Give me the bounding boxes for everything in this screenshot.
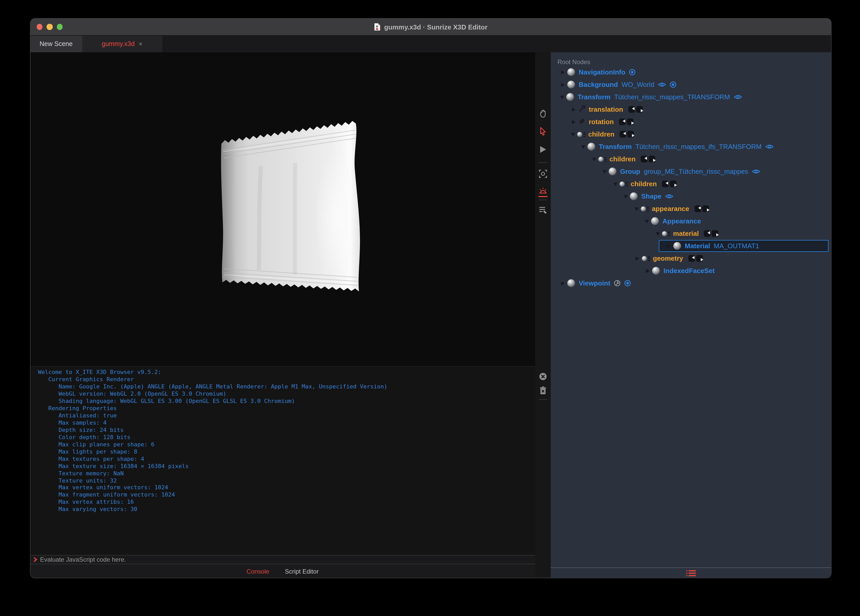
expander-icon[interactable]	[646, 269, 650, 273]
tree-row-material[interactable]: material	[551, 227, 831, 240]
route-in-icon[interactable]	[695, 205, 701, 212]
route-in-icon[interactable]	[619, 118, 626, 125]
node-type-label[interactable]: Appearance	[662, 217, 701, 225]
expander-icon[interactable]	[581, 145, 585, 149]
node-type-label[interactable]: children	[609, 155, 636, 163]
bound-target-icon[interactable]	[629, 69, 636, 75]
tab-gummy-x3d[interactable]: gummy.x3d ×	[82, 36, 162, 52]
console-input-row[interactable]: Evaluate JavaScript code here.	[30, 555, 535, 564]
node-type-label[interactable]: Transform	[578, 93, 610, 101]
tree-row-translation[interactable]: translation	[551, 103, 831, 116]
expander-icon[interactable]	[635, 256, 639, 261]
expander-icon[interactable]	[572, 107, 575, 112]
tree-row-appearance[interactable]: appearance	[551, 203, 831, 215]
bound-target-icon[interactable]	[670, 81, 676, 88]
node-type-label[interactable]: Transform	[599, 143, 632, 151]
node-type-label[interactable]: NavigationInfo	[579, 68, 626, 76]
node-def-name[interactable]: WO_World	[621, 81, 654, 88]
tree-row-shape[interactable]: Shape	[551, 190, 831, 203]
route-connectors[interactable]	[641, 156, 655, 162]
tree-row-rotation[interactable]: rotation	[551, 116, 831, 128]
tree-row-transform[interactable]: TransformTütchen_rissc_mappes_ifs_TRANSF…	[551, 140, 831, 153]
tab-new-scene[interactable]: New Scene	[30, 36, 82, 52]
tree-row-group[interactable]: Groupgroup_ME_Tütchen_rissc_mappes	[551, 165, 831, 178]
route-out-icon[interactable]	[702, 205, 709, 212]
route-in-icon[interactable]	[628, 106, 635, 113]
tool-wrench-icon[interactable]	[614, 280, 621, 286]
snapshot-camera-icon[interactable]	[538, 169, 548, 178]
node-type-label[interactable]: geometry	[653, 255, 683, 262]
expander-icon[interactable]	[572, 120, 575, 124]
tree-row-viewpoint[interactable]: Viewpoint	[551, 277, 831, 289]
expander-icon[interactable]	[571, 133, 575, 137]
route-connectors[interactable]	[695, 205, 709, 212]
title-bar[interactable]: gummy.x3d · Sunrize X3D Editor	[30, 19, 831, 36]
tree-row-children[interactable]: children	[551, 178, 831, 190]
trash-icon[interactable]	[539, 386, 547, 394]
visibility-eye-icon[interactable]	[765, 144, 774, 149]
route-out-icon[interactable]	[670, 181, 676, 187]
expander-icon[interactable]	[634, 207, 639, 211]
tab-console[interactable]: Console	[247, 568, 270, 575]
node-type-label[interactable]: IndexedFaceSet	[664, 267, 715, 275]
tree-row-children[interactable]: children	[551, 153, 831, 165]
expander-icon[interactable]	[561, 70, 565, 74]
3d-viewport[interactable]	[30, 52, 535, 366]
route-out-icon[interactable]	[627, 131, 634, 138]
tab-close-icon[interactable]: ×	[139, 40, 143, 47]
visibility-eye-icon[interactable]	[658, 82, 666, 87]
node-type-label[interactable]: appearance	[652, 205, 689, 212]
expander-icon[interactable]	[603, 170, 607, 174]
console-output[interactable]: Welcome to X_ITE X3D Browser v9.5.2: Cur…	[30, 366, 535, 555]
route-out-icon[interactable]	[712, 230, 719, 237]
minimize-window-button[interactable]	[47, 24, 52, 30]
expander-icon[interactable]	[656, 232, 660, 236]
bound-target-icon[interactable]	[624, 280, 631, 286]
node-type-label[interactable]: Group	[620, 168, 640, 175]
route-in-icon[interactable]	[641, 156, 647, 162]
node-type-label[interactable]: Shape	[641, 192, 661, 200]
node-def-name[interactable]: MA_OUTMAT1	[714, 242, 759, 250]
visibility-eye-icon[interactable]	[665, 193, 673, 199]
node-def-name[interactable]: group_ME_Tütchen_rissc_mappes	[644, 168, 748, 175]
expander-icon[interactable]	[592, 158, 596, 161]
close-window-button[interactable]	[36, 24, 42, 30]
route-out-icon[interactable]	[696, 255, 703, 262]
route-in-icon[interactable]	[688, 255, 695, 262]
visibility-eye-icon[interactable]	[734, 94, 742, 100]
zoom-window-button[interactable]	[56, 24, 63, 30]
hand-pan-tool-icon[interactable]	[538, 109, 548, 118]
expander-icon[interactable]	[561, 281, 565, 285]
expander-icon[interactable]	[667, 244, 671, 248]
route-connectors[interactable]	[688, 255, 703, 262]
script-list-edit-icon[interactable]	[538, 205, 548, 215]
route-out-icon[interactable]	[648, 156, 655, 162]
select-arrow-tool-icon[interactable]	[538, 127, 548, 136]
expander-icon[interactable]	[561, 82, 565, 86]
expander-icon[interactable]	[624, 195, 628, 199]
route-connectors[interactable]	[704, 230, 719, 237]
route-connectors[interactable]	[619, 118, 634, 125]
tree-row-appearance[interactable]: Appearance	[551, 215, 831, 227]
route-in-icon[interactable]	[662, 181, 669, 187]
route-out-icon[interactable]	[636, 106, 643, 113]
node-type-label[interactable]: children	[588, 130, 614, 138]
route-in-icon[interactable]	[704, 230, 711, 237]
sun-light-icon[interactable]	[538, 187, 548, 195]
tab-script-editor[interactable]: Script Editor	[285, 568, 319, 575]
node-type-label[interactable]: translation	[589, 105, 623, 113]
tree-row-background[interactable]: BackgroundWO_World	[551, 79, 831, 91]
node-type-label[interactable]: Material	[685, 242, 710, 250]
play-icon[interactable]	[539, 145, 547, 154]
node-type-label[interactable]: material	[673, 229, 699, 237]
route-connectors[interactable]	[628, 106, 643, 113]
route-connectors[interactable]	[620, 131, 634, 138]
route-out-icon[interactable]	[627, 118, 634, 125]
route-in-icon[interactable]	[620, 131, 626, 138]
expander-icon[interactable]	[613, 182, 617, 186]
node-type-label[interactable]: Viewpoint	[579, 279, 610, 287]
route-connectors[interactable]	[662, 181, 676, 187]
expander-icon[interactable]	[645, 220, 649, 223]
clear-console-icon[interactable]	[539, 372, 547, 380]
visibility-eye-icon[interactable]	[752, 169, 760, 174]
